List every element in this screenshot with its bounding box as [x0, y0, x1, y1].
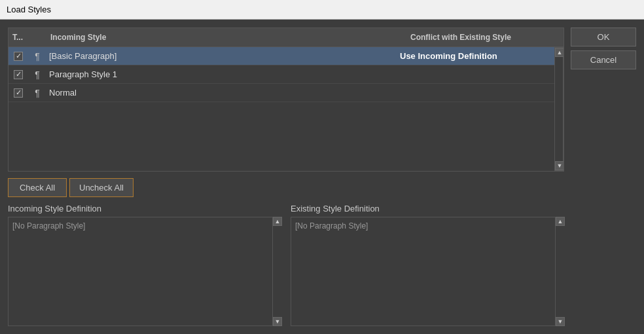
- incoming-scroll-down[interactable]: ▼: [273, 317, 282, 326]
- right-panel: OK Cancel: [571, 28, 636, 326]
- row-check-2[interactable]: [9, 70, 28, 79]
- row-icon-3: ¶: [28, 88, 46, 98]
- check-buttons-row: Check All Uncheck All: [8, 178, 564, 197]
- col-header-incoming: Incoming Style: [46, 31, 406, 43]
- existing-style-content: [No Paragraph Style]: [291, 217, 564, 326]
- scroll-up-btn[interactable]: ▲: [555, 48, 564, 57]
- checkbox-2[interactable]: [14, 70, 23, 79]
- table-row[interactable]: ¶ Paragraph Style 1: [9, 65, 554, 84]
- row-name-3: Normal: [46, 88, 397, 98]
- table-body: ¶ [Basic Paragraph] Use Incoming Definit…: [9, 47, 554, 171]
- table-row[interactable]: ¶ [Basic Paragraph] Use Incoming Definit…: [9, 47, 554, 65]
- title-label: Load Styles: [7, 5, 51, 14]
- uncheck-all-button[interactable]: Uncheck All: [69, 178, 134, 197]
- table-scrollbar[interactable]: ▲ ▼: [554, 47, 564, 171]
- existing-style-scrollbar[interactable]: ▲ ▼: [555, 217, 564, 326]
- table-row[interactable]: ¶ Normal: [9, 84, 554, 102]
- definitions-row: Incoming Style Definition [No Paragraph …: [8, 204, 564, 326]
- row-name-1: [Basic Paragraph]: [46, 51, 397, 61]
- incoming-style-scrollbar[interactable]: ▲ ▼: [272, 217, 281, 326]
- row-icon-1: ¶: [28, 51, 46, 62]
- row-icon-2: ¶: [28, 69, 46, 80]
- existing-scroll-up[interactable]: ▲: [556, 217, 565, 226]
- incoming-scroll-track: [273, 226, 281, 317]
- checkbox-3[interactable]: [14, 88, 23, 98]
- checkbox-1[interactable]: [14, 52, 23, 61]
- col-header-conflict: Conflict with Existing Style: [406, 31, 564, 43]
- existing-style-label: Existing Style Definition: [291, 204, 564, 213]
- row-check-1[interactable]: [9, 52, 28, 61]
- check-all-button[interactable]: Check All: [8, 178, 67, 197]
- col-header-check: T...: [9, 31, 28, 43]
- row-check-3[interactable]: [9, 88, 28, 98]
- row-name-2: Paragraph Style 1: [46, 69, 397, 79]
- existing-scroll-track: [556, 226, 564, 317]
- table-header: T... Incoming Style Conflict with Existi…: [9, 28, 564, 47]
- existing-style-scroll-container: [No Paragraph Style] ▲ ▼: [291, 217, 564, 326]
- col-header-icon: [28, 31, 46, 43]
- dialog-body: T... Incoming Style Conflict with Existi…: [0, 20, 644, 334]
- incoming-scroll-up[interactable]: ▲: [273, 217, 282, 226]
- incoming-style-def-box: Incoming Style Definition [No Paragraph …: [8, 204, 281, 326]
- existing-scroll-down[interactable]: ▼: [556, 317, 565, 326]
- title-bar: Load Styles: [0, 0, 644, 20]
- ok-button[interactable]: OK: [571, 28, 636, 46]
- existing-style-def-box: Existing Style Definition [No Paragraph …: [291, 204, 564, 326]
- scroll-down-btn[interactable]: ▼: [555, 161, 564, 170]
- row-conflict-1: Use Incoming Definition: [397, 51, 554, 61]
- cancel-button[interactable]: Cancel: [571, 50, 636, 69]
- scroll-track: [555, 57, 563, 161]
- left-panel: T... Incoming Style Conflict with Existi…: [8, 28, 564, 326]
- incoming-style-content: [No Paragraph Style]: [8, 217, 281, 326]
- incoming-style-scroll-container: [No Paragraph Style] ▲ ▼: [8, 217, 281, 326]
- incoming-style-label: Incoming Style Definition: [8, 204, 281, 213]
- styles-table: T... Incoming Style Conflict with Existi…: [8, 28, 564, 172]
